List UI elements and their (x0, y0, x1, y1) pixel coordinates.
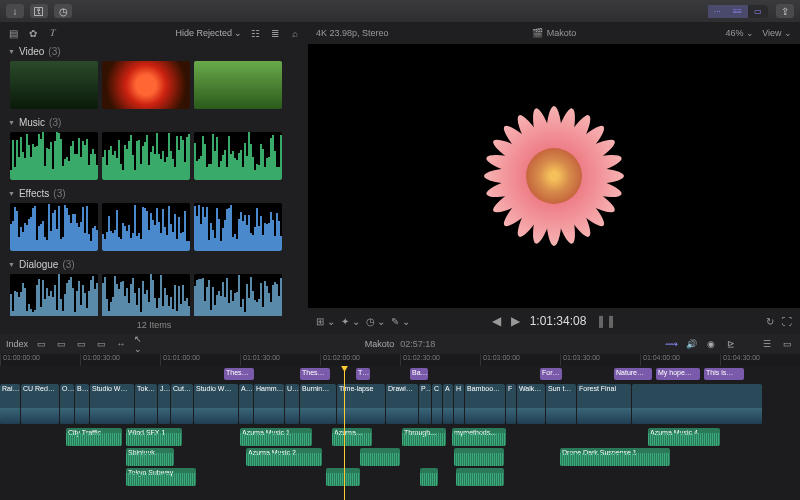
effects-dropdown[interactable]: ✦ ⌄ (341, 316, 360, 327)
video-clip[interactable]: P… (419, 384, 431, 424)
title-clip[interactable]: Thes… (300, 368, 330, 380)
title-clip[interactable]: Ba… (410, 368, 428, 380)
search-icon[interactable]: ⌕ (288, 26, 302, 40)
category-header[interactable]: ▼Dialogue(3) (4, 257, 304, 272)
category-header[interactable]: ▼Video(3) (4, 44, 304, 59)
library-tab[interactable]: ▤ (6, 26, 20, 40)
audio-clip[interactable]: Tokyo Subway (126, 468, 196, 486)
titles-tab[interactable]: 𝑇 (46, 26, 60, 40)
play-backward-button[interactable]: ◀ (492, 314, 501, 328)
view-dropdown[interactable]: View ⌄ (762, 28, 792, 38)
fullscreen-button[interactable]: ⛶ (782, 316, 792, 327)
video-clip[interactable]: Studio W… (194, 384, 238, 424)
audio-thumbnail[interactable] (10, 132, 98, 180)
audio-thumbnail[interactable] (194, 274, 282, 316)
title-clip[interactable]: Nature… (614, 368, 652, 380)
keyword-button[interactable]: ⚿ (30, 4, 48, 18)
audio-clip[interactable]: City Traffic (66, 428, 122, 446)
audio-clip[interactable] (326, 468, 360, 486)
audio-clip[interactable]: Azuma Music 2 (246, 448, 322, 466)
category-header[interactable]: ▼Music(3) (4, 115, 304, 130)
import-button[interactable]: ↓ (6, 4, 24, 18)
background-tasks-button[interactable]: ◷ (54, 4, 72, 18)
audio-clip[interactable]: Drone Dark Suspense 1 (560, 448, 670, 466)
photos-tab[interactable]: ✿ (26, 26, 40, 40)
audio-thumbnail[interactable] (10, 274, 98, 316)
video-thumbnail[interactable] (194, 61, 282, 109)
audio-clip[interactable]: Azuma Music 4 (648, 428, 720, 446)
audio-clip[interactable]: mymethods… (452, 428, 506, 446)
layout-seg-2[interactable]: ≡≡ (727, 5, 748, 18)
timeline-tracks[interactable]: Thes…Thes…T…Ba…For…Nature…My hope…This i… (0, 366, 800, 500)
layout-segmented-control[interactable]: ··· ≡≡ ▭ (708, 5, 768, 18)
layout-seg-3[interactable]: ▭ (748, 5, 768, 18)
playhead[interactable] (344, 366, 345, 500)
tl-layout-4[interactable]: ▭ (94, 338, 108, 350)
video-clip[interactable]: Burnin… (300, 384, 336, 424)
video-clip[interactable]: A (443, 384, 453, 424)
audio-thumbnail[interactable] (102, 203, 190, 251)
video-clip[interactable]: U… (285, 384, 299, 424)
list-view-button[interactable]: ≣ (268, 26, 282, 40)
video-clip[interactable]: A… (239, 384, 253, 424)
browser-list[interactable]: ▼Video(3) ▼Music(3) ▼Effects(3) ▼Dialogu… (0, 44, 308, 316)
audio-clip[interactable] (454, 448, 504, 466)
audio-thumbnail[interactable] (194, 132, 282, 180)
clip-appearance-button[interactable]: ☰ (760, 338, 774, 350)
audio-thumbnail[interactable] (194, 203, 282, 251)
index-button[interactable]: Index (6, 339, 28, 349)
video-thumbnail[interactable] (102, 61, 190, 109)
title-clip[interactable]: For… (540, 368, 562, 380)
trim-tool-dropdown[interactable]: ↔ (114, 338, 128, 350)
audio-thumbnail[interactable] (102, 274, 190, 316)
timeline-ruler[interactable]: 01:00:00:0001:00:30:0001:01:00:0001:01:3… (0, 354, 800, 366)
tl-layout-2[interactable]: ▭ (54, 338, 68, 350)
audio-clip[interactable] (456, 468, 504, 486)
audio-skimming-button[interactable]: 🔊 (684, 338, 698, 350)
video-clip[interactable]: Forest Final (577, 384, 631, 424)
video-clip[interactable]: CU Red… (21, 384, 59, 424)
video-clip[interactable]: Walk… (517, 384, 545, 424)
video-clip[interactable] (632, 384, 762, 424)
audio-clip[interactable]: Through… (402, 428, 446, 446)
title-clip[interactable]: T… (356, 368, 370, 380)
video-clip[interactable]: J… (158, 384, 170, 424)
title-clip[interactable]: Thes… (224, 368, 254, 380)
audio-clip[interactable]: Shinjuuk… (126, 448, 174, 466)
zoom-dropdown[interactable]: 46% ⌄ (726, 28, 755, 38)
video-clip[interactable]: O… (60, 384, 74, 424)
audio-clip[interactable] (360, 448, 400, 466)
video-clip[interactable]: B… (75, 384, 89, 424)
skimming-button[interactable]: ⟿ (664, 338, 678, 350)
video-clip[interactable]: Tok… (135, 384, 157, 424)
audio-thumbnail[interactable] (102, 132, 190, 180)
audio-thumbnail[interactable] (10, 203, 98, 251)
category-header[interactable]: ▼Effects(3) (4, 186, 304, 201)
timeline-settings-button[interactable]: ▭ (780, 338, 794, 350)
video-clip[interactable]: Drawi… (386, 384, 418, 424)
audio-clip[interactable]: Azuma… (332, 428, 372, 446)
audio-clip[interactable]: Azuma Music 1 (240, 428, 312, 446)
video-clip[interactable]: Hamm… (254, 384, 284, 424)
video-clip[interactable]: H (454, 384, 464, 424)
video-clip[interactable]: Rai… (0, 384, 20, 424)
snapping-button[interactable]: ⊵ (724, 338, 738, 350)
clip-appearance-button[interactable]: ☷ (248, 26, 262, 40)
viewer-timecode[interactable]: 1:01:34:08 (530, 314, 587, 328)
share-button[interactable]: ⇪ (776, 4, 794, 18)
select-tool-dropdown[interactable]: ↖ ⌄ (134, 338, 148, 350)
play-button[interactable]: ▶ (511, 314, 520, 328)
audio-clip[interactable]: Wind SFX 1 (126, 428, 182, 446)
video-clip[interactable]: C (432, 384, 442, 424)
viewer-canvas[interactable] (308, 44, 800, 308)
video-clip[interactable]: Sun t… (546, 384, 576, 424)
video-clip[interactable]: F (506, 384, 516, 424)
audio-clip[interactable] (420, 468, 438, 486)
title-clip[interactable]: This is… (704, 368, 744, 380)
video-thumbnail[interactable] (10, 61, 98, 109)
video-clip[interactable]: Bamboo… (465, 384, 505, 424)
filter-dropdown[interactable]: Hide Rejected ⌄ (175, 28, 242, 38)
video-clip[interactable]: Studio W… (90, 384, 134, 424)
step-forward-button[interactable]: ❚❚ (596, 314, 616, 328)
enhance-dropdown[interactable]: ✎ ⌄ (391, 316, 410, 327)
